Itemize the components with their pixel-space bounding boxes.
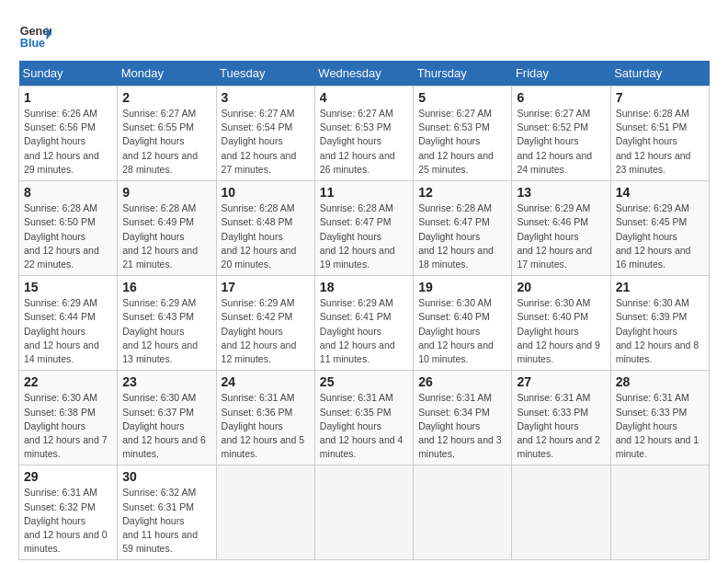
calendar-week-row: 1Sunrise: 6:26 AMSunset: 6:56 PMDaylight… [19, 86, 710, 181]
calendar-cell: 17Sunrise: 6:29 AMSunset: 6:42 PMDayligh… [216, 276, 314, 371]
calendar-cell: 10Sunrise: 6:28 AMSunset: 6:48 PMDayligh… [216, 181, 314, 276]
day-detail: Sunrise: 6:31 AMSunset: 6:36 PMDaylight … [222, 391, 310, 461]
day-detail: Sunrise: 6:31 AMSunset: 6:33 PMDaylight … [517, 391, 605, 461]
calendar-cell [216, 465, 314, 560]
day-number: 13 [517, 185, 605, 200]
calendar-week-row: 8Sunrise: 6:28 AMSunset: 6:50 PMDaylight… [19, 181, 710, 276]
calendar-cell: 28Sunrise: 6:31 AMSunset: 6:33 PMDayligh… [610, 371, 709, 465]
day-detail: Sunrise: 6:27 AMSunset: 6:54 PMDaylight … [222, 107, 310, 177]
calendar-cell [512, 465, 610, 560]
calendar-week-row: 22Sunrise: 6:30 AMSunset: 6:38 PMDayligh… [19, 371, 710, 465]
calendar-cell: 30Sunrise: 6:32 AMSunset: 6:31 PMDayligh… [118, 465, 216, 560]
day-detail: Sunrise: 6:29 AMSunset: 6:42 PMDaylight … [222, 296, 310, 366]
calendar-cell: 7Sunrise: 6:28 AMSunset: 6:51 PMDaylight… [610, 86, 709, 181]
day-number: 15 [24, 280, 112, 294]
calendar-cell: 5Sunrise: 6:27 AMSunset: 6:53 PMDaylight… [414, 86, 512, 181]
day-detail: Sunrise: 6:28 AMSunset: 6:51 PMDaylight … [616, 107, 704, 177]
logo: General Blue [18, 18, 51, 52]
calendar-cell: 4Sunrise: 6:27 AMSunset: 6:53 PMDaylight… [314, 86, 413, 181]
calendar-cell: 19Sunrise: 6:30 AMSunset: 6:40 PMDayligh… [414, 276, 512, 371]
day-detail: Sunrise: 6:29 AMSunset: 6:44 PMDaylight … [24, 296, 112, 366]
day-number: 10 [222, 185, 310, 200]
calendar-cell [610, 465, 709, 560]
calendar-cell [414, 465, 512, 560]
calendar-header-row: SundayMondayTuesdayWednesdayThursdayFrid… [19, 61, 710, 86]
calendar-cell: 26Sunrise: 6:31 AMSunset: 6:34 PMDayligh… [414, 371, 512, 465]
calendar-cell: 12Sunrise: 6:28 AMSunset: 6:47 PMDayligh… [414, 181, 512, 276]
day-detail: Sunrise: 6:28 AMSunset: 6:47 PMDaylight … [418, 201, 506, 271]
day-detail: Sunrise: 6:30 AMSunset: 6:40 PMDaylight … [517, 296, 605, 366]
calendar-cell: 21Sunrise: 6:30 AMSunset: 6:39 PMDayligh… [610, 276, 709, 371]
calendar-cell: 9Sunrise: 6:28 AMSunset: 6:49 PMDaylight… [118, 181, 216, 276]
calendar-cell: 1Sunrise: 6:26 AMSunset: 6:56 PMDaylight… [19, 86, 118, 181]
day-detail: Sunrise: 6:31 AMSunset: 6:34 PMDaylight … [418, 391, 506, 461]
day-number: 26 [418, 374, 506, 389]
day-number: 12 [418, 185, 506, 200]
calendar-cell: 25Sunrise: 6:31 AMSunset: 6:35 PMDayligh… [314, 371, 413, 465]
day-detail: Sunrise: 6:27 AMSunset: 6:55 PMDaylight … [122, 107, 210, 177]
day-number: 28 [616, 374, 704, 389]
calendar-week-row: 29Sunrise: 6:31 AMSunset: 6:32 PMDayligh… [19, 465, 710, 560]
day-detail: Sunrise: 6:26 AMSunset: 6:56 PMDaylight … [24, 107, 112, 177]
day-header-monday: Monday [118, 61, 216, 86]
day-number: 22 [24, 374, 112, 389]
logo-icon: General Blue [18, 18, 51, 52]
day-detail: Sunrise: 6:27 AMSunset: 6:53 PMDaylight … [418, 107, 506, 177]
day-detail: Sunrise: 6:30 AMSunset: 6:37 PMDaylight … [122, 391, 210, 461]
day-number: 27 [517, 374, 605, 389]
day-detail: Sunrise: 6:32 AMSunset: 6:31 PMDaylight … [122, 486, 210, 556]
day-number: 9 [122, 185, 210, 200]
page-header: General Blue [18, 18, 710, 52]
day-number: 23 [122, 374, 210, 389]
day-number: 3 [222, 90, 310, 105]
day-header-thursday: Thursday [414, 61, 512, 86]
day-number: 11 [320, 185, 408, 200]
calendar-cell: 15Sunrise: 6:29 AMSunset: 6:44 PMDayligh… [19, 276, 118, 371]
calendar-cell: 3Sunrise: 6:27 AMSunset: 6:54 PMDaylight… [216, 86, 314, 181]
day-number: 6 [517, 90, 605, 105]
calendar-cell: 13Sunrise: 6:29 AMSunset: 6:46 PMDayligh… [512, 181, 610, 276]
day-header-wednesday: Wednesday [314, 61, 413, 86]
day-header-sunday: Sunday [19, 61, 118, 86]
day-detail: Sunrise: 6:30 AMSunset: 6:40 PMDaylight … [418, 296, 506, 366]
day-number: 16 [122, 280, 210, 294]
day-detail: Sunrise: 6:30 AMSunset: 6:39 PMDaylight … [616, 296, 704, 366]
day-header-friday: Friday [512, 61, 610, 86]
calendar-cell: 20Sunrise: 6:30 AMSunset: 6:40 PMDayligh… [512, 276, 610, 371]
calendar-cell: 11Sunrise: 6:28 AMSunset: 6:47 PMDayligh… [314, 181, 413, 276]
day-detail: Sunrise: 6:31 AMSunset: 6:33 PMDaylight … [616, 391, 704, 461]
day-detail: Sunrise: 6:28 AMSunset: 6:49 PMDaylight … [122, 201, 210, 271]
day-number: 25 [320, 374, 408, 389]
calendar-cell: 16Sunrise: 6:29 AMSunset: 6:43 PMDayligh… [118, 276, 216, 371]
day-detail: Sunrise: 6:29 AMSunset: 6:41 PMDaylight … [320, 296, 408, 366]
day-detail: Sunrise: 6:29 AMSunset: 6:43 PMDaylight … [122, 296, 210, 366]
day-detail: Sunrise: 6:27 AMSunset: 6:53 PMDaylight … [320, 107, 408, 177]
calendar-cell: 27Sunrise: 6:31 AMSunset: 6:33 PMDayligh… [512, 371, 610, 465]
calendar-cell: 6Sunrise: 6:27 AMSunset: 6:52 PMDaylight… [512, 86, 610, 181]
day-number: 21 [616, 280, 704, 294]
day-number: 14 [616, 185, 704, 200]
day-detail: Sunrise: 6:31 AMSunset: 6:35 PMDaylight … [320, 391, 408, 461]
day-detail: Sunrise: 6:29 AMSunset: 6:45 PMDaylight … [616, 201, 704, 271]
day-detail: Sunrise: 6:28 AMSunset: 6:47 PMDaylight … [320, 201, 408, 271]
day-detail: Sunrise: 6:28 AMSunset: 6:48 PMDaylight … [222, 201, 310, 271]
day-number: 30 [122, 469, 210, 484]
day-detail: Sunrise: 6:30 AMSunset: 6:38 PMDaylight … [24, 391, 112, 461]
day-number: 18 [320, 280, 408, 294]
calendar-cell: 22Sunrise: 6:30 AMSunset: 6:38 PMDayligh… [19, 371, 118, 465]
day-detail: Sunrise: 6:27 AMSunset: 6:52 PMDaylight … [517, 107, 605, 177]
day-number: 17 [222, 280, 310, 294]
day-detail: Sunrise: 6:28 AMSunset: 6:50 PMDaylight … [24, 201, 112, 271]
calendar-cell: 2Sunrise: 6:27 AMSunset: 6:55 PMDaylight… [118, 86, 216, 181]
calendar-cell: 8Sunrise: 6:28 AMSunset: 6:50 PMDaylight… [19, 181, 118, 276]
calendar-cell: 29Sunrise: 6:31 AMSunset: 6:32 PMDayligh… [19, 465, 118, 560]
day-number: 4 [320, 90, 408, 105]
calendar-cell [314, 465, 413, 560]
day-number: 8 [24, 185, 112, 200]
day-header-tuesday: Tuesday [216, 61, 314, 86]
day-number: 1 [24, 90, 112, 105]
svg-text:Blue: Blue [20, 37, 45, 50]
day-number: 2 [122, 90, 210, 105]
calendar-week-row: 15Sunrise: 6:29 AMSunset: 6:44 PMDayligh… [19, 276, 710, 371]
calendar-cell: 18Sunrise: 6:29 AMSunset: 6:41 PMDayligh… [314, 276, 413, 371]
